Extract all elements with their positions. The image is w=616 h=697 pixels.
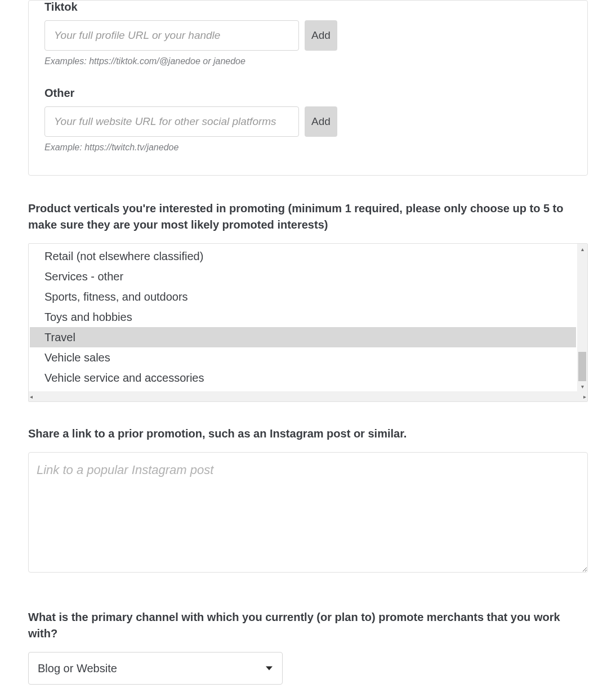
scroll-track[interactable]: [577, 254, 587, 381]
verticals-option[interactable]: Services - other: [43, 266, 563, 287]
scroll-thumb[interactable]: [578, 352, 586, 381]
prior-promo-textarea[interactable]: [28, 452, 588, 573]
social-profiles-card: Tiktok Add Examples: https://tiktok.com/…: [28, 0, 588, 176]
verticals-option[interactable]: Vehicle service and accessories: [43, 368, 563, 388]
other-add-button[interactable]: Add: [305, 106, 337, 137]
tiktok-add-button[interactable]: Add: [305, 20, 337, 51]
verticals-option[interactable]: Travel: [30, 327, 576, 347]
prior-promo-question: Share a link to a prior promotion, such …: [28, 426, 588, 442]
verticals-option[interactable]: Toys and hobbies: [43, 307, 563, 327]
scroll-down-arrow-icon[interactable]: ▾: [577, 381, 587, 391]
verticals-option[interactable]: Retail (not elsewhere classified): [43, 246, 563, 266]
other-example-text: Example: https://twitch.tv/janedoe: [44, 142, 572, 153]
verticals-question: Product verticals you're interested in p…: [28, 200, 588, 233]
other-group: Other Add Example: https://twitch.tv/jan…: [44, 87, 572, 153]
primary-channel-select[interactable]: Blog or Website: [28, 652, 283, 685]
tiktok-example-text: Examples: https://tiktok.com/@janedoe or…: [44, 56, 572, 66]
other-label: Other: [44, 87, 572, 100]
primary-channel-question: What is the primary channel with which y…: [28, 609, 588, 642]
vertical-scrollbar[interactable]: ▴ ▾: [577, 244, 587, 391]
verticals-listbox[interactable]: Retail (not elsewhere classified)Service…: [28, 243, 588, 402]
verticals-option[interactable]: Sports, fitness, and outdoors: [43, 287, 563, 307]
other-input[interactable]: [44, 106, 299, 137]
scroll-up-arrow-icon[interactable]: ▴: [577, 244, 587, 254]
primary-channel-selected-value: Blog or Website: [38, 662, 117, 675]
tiktok-input[interactable]: [44, 20, 299, 51]
tiktok-group: Tiktok Add Examples: https://tiktok.com/…: [44, 1, 572, 66]
scroll-right-arrow-icon[interactable]: ▸: [583, 394, 586, 400]
tiktok-label: Tiktok: [44, 1, 572, 14]
verticals-option[interactable]: Vehicle sales: [43, 347, 563, 368]
horizontal-scrollbar[interactable]: ◂ ▸: [29, 391, 587, 401]
scroll-left-arrow-icon[interactable]: ◂: [30, 394, 33, 400]
